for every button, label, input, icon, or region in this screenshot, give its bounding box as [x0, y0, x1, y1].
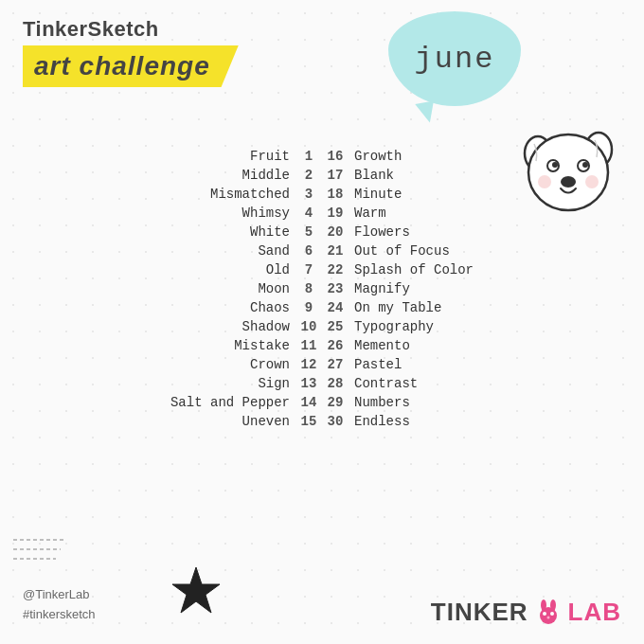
- list-item: 30Endless: [322, 412, 410, 431]
- list-item: Uneven15: [242, 412, 322, 431]
- list-item: White5: [250, 223, 322, 242]
- yellow-banner: art challenge: [23, 45, 239, 87]
- tinker-text: TINKER: [431, 598, 528, 627]
- list-item: Crown12: [250, 355, 322, 374]
- list-item: Middle2: [242, 166, 322, 185]
- list-item: 17Blank: [322, 166, 394, 185]
- svg-point-18: [550, 612, 554, 616]
- list-item: 18Minute: [322, 185, 402, 204]
- list-item: Chaos9: [250, 298, 322, 317]
- starfish-icon: [170, 565, 223, 617]
- speech-bubble: june: [388, 11, 521, 106]
- lab-text: LAB: [568, 598, 621, 627]
- list-item: 20Flowers: [322, 223, 410, 242]
- svg-point-16: [550, 599, 556, 611]
- footer: @TinkerLab #tinkersketch: [23, 585, 96, 625]
- list-item: Salt and Pepper14: [170, 393, 322, 412]
- tinkerlab-logo: TINKER LAB: [431, 598, 621, 627]
- month-text: june: [415, 42, 495, 77]
- list-item: 23Magnify: [322, 279, 410, 298]
- list-item: Mistake11: [234, 336, 322, 355]
- svg-point-15: [541, 599, 546, 611]
- brand-title: TinkerSketch: [23, 17, 239, 42]
- list-item: 27Pastel: [322, 355, 402, 374]
- list-item: 21Out of Focus: [322, 242, 450, 260]
- svg-point-19: [546, 616, 549, 618]
- social-handle: @TinkerLab: [23, 585, 96, 605]
- list-item: Fruit1: [250, 147, 322, 166]
- list-item: 24On my Table: [322, 298, 441, 317]
- list-item: 19Warm: [322, 204, 386, 223]
- list-item: Shadow10: [242, 317, 322, 336]
- list-item: Whimsy4: [242, 204, 322, 223]
- background: TinkerSketch art challenge june: [0, 0, 644, 644]
- header: TinkerSketch art challenge: [23, 17, 239, 87]
- challenge-list: Fruit1Middle2Mismatched3Whimsy4White5San…: [0, 147, 644, 431]
- list-item: Old7: [266, 260, 322, 279]
- list-item: Mismatched3: [210, 185, 322, 204]
- list-item: 25Typography: [322, 317, 434, 336]
- list-item: 28Contrast: [322, 374, 418, 393]
- list-item: 22Splash of Color: [322, 260, 474, 279]
- art-challenge-text: art challenge: [34, 51, 210, 80]
- list-item: 16Growth: [322, 147, 402, 166]
- list-item: Moon8: [258, 279, 322, 298]
- svg-point-17: [543, 612, 546, 616]
- list-item: Sand6: [258, 242, 322, 260]
- list-item: 29Numbers: [322, 393, 410, 412]
- social-hashtag: #tinkersketch: [23, 605, 96, 625]
- decorative-lines: [13, 535, 70, 578]
- svg-marker-13: [172, 567, 220, 613]
- list-item: 26Memento: [322, 336, 410, 355]
- list-item: Sign13: [258, 374, 322, 393]
